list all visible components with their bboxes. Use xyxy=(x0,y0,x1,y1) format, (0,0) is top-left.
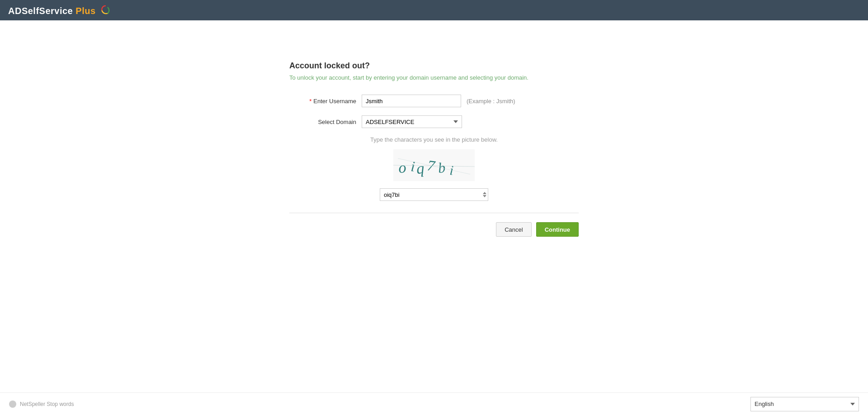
svg-text:q: q xyxy=(416,160,425,177)
continue-button[interactable]: Continue xyxy=(536,222,579,237)
logo-brand: ADSelfService xyxy=(8,6,75,16)
captcha-image-container: o i q 7 b i xyxy=(289,149,579,181)
form-subtitle: To unlock your account, start by enterin… xyxy=(289,74,579,81)
main-content: Account locked out? To unlock your accou… xyxy=(0,20,868,237)
app-logo: ADSelfService Plus xyxy=(8,4,110,16)
domain-row: Select Domain ADSELFSERVICE xyxy=(289,115,579,128)
required-indicator: * xyxy=(309,98,311,105)
username-example: (Example : Jsmith) xyxy=(467,98,515,105)
arrow-down-icon xyxy=(483,195,486,197)
svg-text:b: b xyxy=(437,159,446,176)
language-selector-wrapper: English French German Spanish Japanese C… xyxy=(750,397,859,411)
captcha-refresh-spinner[interactable] xyxy=(483,192,486,197)
username-row: *Enter Username (Example : Jsmith) xyxy=(289,95,579,107)
logo-icon xyxy=(100,5,110,15)
footer-left: NetSpeller Stop words xyxy=(9,401,74,408)
captcha-input-row xyxy=(289,188,579,201)
form-title: Account locked out? xyxy=(289,61,579,71)
username-input[interactable] xyxy=(362,95,461,107)
page-footer: NetSpeller Stop words English French Ger… xyxy=(0,392,868,415)
captcha-instruction: Type the characters you see in the pictu… xyxy=(289,136,579,143)
form-container: Account locked out? To unlock your accou… xyxy=(289,61,579,237)
domain-select[interactable]: ADSELFSERVICE xyxy=(362,115,462,128)
logo-plus: Plus xyxy=(75,6,95,16)
captcha-input-wrapper xyxy=(380,188,488,201)
captcha-input[interactable] xyxy=(380,188,488,201)
form-divider xyxy=(289,213,579,213)
captcha-image: o i q 7 b i xyxy=(393,149,475,181)
language-select[interactable]: English French German Spanish Japanese C… xyxy=(750,397,859,411)
app-header: ADSelfService Plus xyxy=(0,0,868,20)
domain-label: Select Domain xyxy=(289,119,362,125)
cancel-button[interactable]: Cancel xyxy=(496,222,531,237)
captcha-section: Type the characters you see in the pictu… xyxy=(289,136,579,201)
arrow-up-icon xyxy=(483,192,486,194)
button-row: Cancel Continue xyxy=(289,222,579,237)
footer-icon xyxy=(9,401,16,408)
svg-text:o: o xyxy=(398,159,406,176)
footer-text: NetSpeller Stop words xyxy=(20,401,74,407)
username-label: *Enter Username xyxy=(289,98,362,105)
